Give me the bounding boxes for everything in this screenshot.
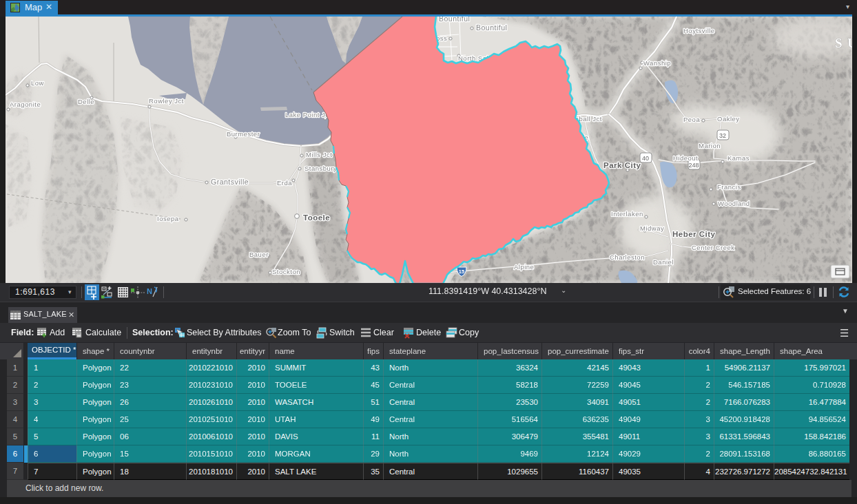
svg-text:Interlaken: Interlaken — [611, 210, 643, 218]
svg-text:Daniel: Daniel — [653, 258, 674, 266]
svg-text:Low: Low — [31, 79, 44, 87]
svg-text:Kamas: Kamas — [727, 154, 750, 162]
svg-text:S: S — [835, 36, 843, 50]
svg-text:Delle: Delle — [78, 98, 94, 105]
svg-text:Mills Jct: Mills Jct — [306, 151, 332, 158]
svg-text:15: 15 — [459, 269, 464, 275]
svg-text:Midway: Midway — [640, 224, 664, 232]
svg-text:Hideout: Hideout — [673, 154, 698, 162]
svg-text:Hoytsville: Hoytsville — [683, 27, 715, 34]
svg-text:Stockton: Stockton — [272, 268, 300, 275]
svg-text:Aragonite: Aragonite — [10, 101, 41, 108]
svg-text:Bountiful: Bountiful — [439, 17, 470, 23]
svg-text:Rowley Jct: Rowley Jct — [149, 97, 184, 105]
svg-text:Bountiful: Bountiful — [476, 23, 507, 32]
svg-text:Park City: Park City — [603, 161, 641, 169]
svg-text:Center Creek: Center Creek — [692, 244, 735, 251]
svg-text:Charleston: Charleston — [610, 253, 645, 261]
svg-text:Marion: Marion — [699, 142, 721, 149]
svg-text:Oakley: Oakley — [717, 115, 740, 123]
svg-text:248: 248 — [688, 162, 699, 169]
svg-text:Iosepa: Iosepa — [157, 215, 179, 222]
svg-text:Francis: Francis — [717, 183, 741, 191]
svg-text:Lake Point Jct: Lake Point Jct — [285, 111, 331, 118]
svg-text:Peoa: Peoa — [683, 116, 700, 123]
svg-text:Wanship: Wanship — [643, 59, 671, 67]
svg-text:Burmester: Burmester — [227, 130, 260, 138]
svg-text:Erda: Erda — [277, 179, 292, 187]
svg-text:Bauer: Bauer — [249, 251, 269, 258]
svg-text:Tooele: Tooele — [303, 213, 330, 222]
svg-text:Alpine: Alpine — [514, 263, 534, 271]
svg-text:U: U — [847, 36, 852, 50]
svg-text:32: 32 — [719, 132, 726, 139]
svg-text:Heber City: Heber City — [672, 230, 716, 238]
svg-text:N: N — [147, 287, 152, 295]
svg-text:Woodland: Woodland — [718, 200, 750, 207]
svg-text:40: 40 — [642, 155, 649, 162]
svg-text:Grantsville: Grantsville — [211, 178, 249, 186]
